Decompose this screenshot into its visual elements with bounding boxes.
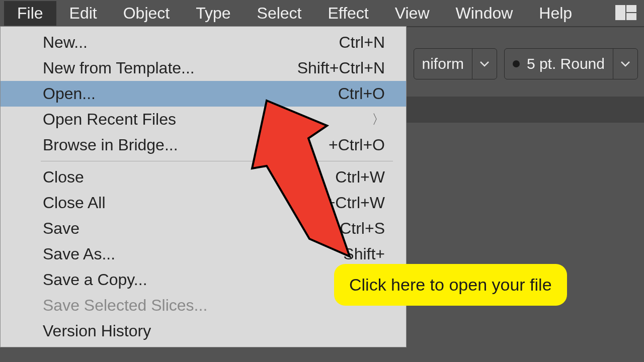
brush-label: 5 pt. Round (527, 55, 605, 72)
instruction-callout: Click here to open your file (334, 264, 567, 306)
stroke-profile-label: niform (422, 55, 464, 72)
menu-separator (41, 161, 393, 161)
workspace-icon (615, 5, 637, 21)
chevron-right-icon: 〉 (372, 111, 385, 128)
menu-effect[interactable]: Effect (315, 1, 382, 26)
menu-item-version-history[interactable]: Version History (1, 318, 406, 344)
callout-text: Click here to open your file (349, 275, 552, 294)
menu-object[interactable]: Object (110, 1, 183, 26)
menu-item-save-as[interactable]: Save As... Shift+ (1, 241, 406, 267)
menu-item-save[interactable]: Save Ctrl+S (1, 216, 406, 241)
toolbar-dropdowns: niform 5 pt. Round (414, 48, 638, 79)
chevron-down-icon (479, 61, 490, 67)
menu-file[interactable]: File (4, 1, 56, 26)
menu-type[interactable]: Type (183, 1, 244, 26)
brush-preview-icon (513, 60, 520, 67)
menu-select[interactable]: Select (244, 1, 315, 26)
menu-item-close[interactable]: Close Ctrl+W (1, 164, 406, 190)
menu-edit[interactable]: Edit (56, 1, 110, 26)
menubar: File Edit Object Type Select Effect View… (0, 0, 644, 26)
workspace-switcher[interactable] (615, 5, 644, 21)
menu-item-browse-bridge[interactable]: Browse in Bridge... +Ctrl+O (1, 132, 406, 158)
menu-window[interactable]: Window (443, 1, 526, 26)
menu-item-open[interactable]: Open... Ctrl+O (1, 81, 406, 107)
menu-item-open-recent[interactable]: Open Recent Files 〉 (1, 107, 406, 132)
menu-item-new[interactable]: New... Ctrl+N (1, 30, 406, 55)
chevron-down-icon (620, 61, 630, 67)
brush-dropdown[interactable]: 5 pt. Round (504, 48, 638, 79)
menu-item-new-from-template[interactable]: New from Template... Shift+Ctrl+N (1, 55, 406, 81)
stroke-profile-dropdown[interactable]: niform (414, 48, 497, 79)
menu-view[interactable]: View (382, 1, 443, 26)
menu-item-close-all[interactable]: Close All Alt+Ctrl+W (1, 190, 406, 216)
menu-help[interactable]: Help (526, 1, 585, 26)
